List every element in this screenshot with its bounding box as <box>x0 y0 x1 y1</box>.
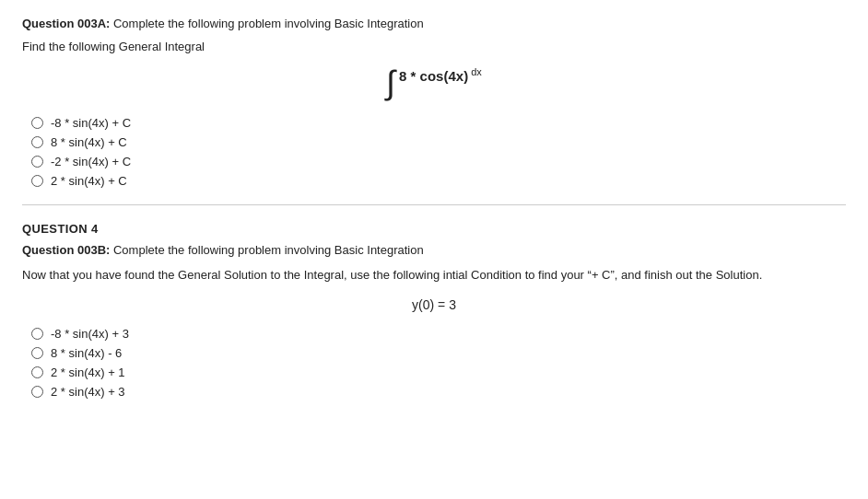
condition-value: y(0) = 3 <box>412 297 456 312</box>
q3a-header-rest: Complete the following problem involving… <box>110 17 423 30</box>
q3a-choices: -8 * sin(4x) + C 8 * sin(4x) + C -2 * si… <box>31 116 846 188</box>
radio-choice-3[interactable] <box>31 156 43 168</box>
choice-label-6: 8 * sin(4x) - 6 <box>51 346 122 360</box>
radio-choice-7[interactable] <box>31 366 43 378</box>
q3a-header: Question 003A: Complete the following pr… <box>22 17 846 30</box>
q3a-header-bold: Question 003A: <box>22 17 110 30</box>
list-item: -2 * sin(4x) + C <box>31 155 846 168</box>
q3b-header: Question 003B: Complete the following pr… <box>22 243 846 257</box>
choice-label-1: -8 * sin(4x) + C <box>51 116 131 130</box>
list-item: 8 * sin(4x) + C <box>31 135 846 149</box>
choice-label-4: 2 * sin(4x) + C <box>51 174 127 188</box>
integral-content: 8 * cos(4x) dx <box>399 66 482 84</box>
q3b-long-text: Now that you have found the General Solu… <box>22 266 846 284</box>
choice-label-7: 2 * sin(4x) + 1 <box>51 366 125 379</box>
integral-expression: 8 * cos(4x) <box>399 68 468 84</box>
list-item: 8 * sin(4x) - 6 <box>31 346 846 360</box>
choice-label-5: -8 * sin(4x) + 3 <box>51 327 129 341</box>
q3b-header-bold: Question 003B: <box>22 243 110 257</box>
integral-dx: dx <box>471 66 482 77</box>
list-item: -8 * sin(4x) + C <box>31 116 846 130</box>
integral-symbol: ∫ <box>386 66 395 99</box>
radio-choice-1[interactable] <box>31 117 43 129</box>
condition-display: y(0) = 3 <box>22 297 846 312</box>
q4-choices: -8 * sin(4x) + 3 8 * sin(4x) - 6 2 * sin… <box>31 327 846 399</box>
radio-choice-6[interactable] <box>31 347 43 359</box>
choice-label-3: -2 * sin(4x) + C <box>51 155 131 168</box>
page-container: Question 003A: Complete the following pr… <box>0 0 868 424</box>
list-item: 2 * sin(4x) + C <box>31 174 846 188</box>
q3a-section-title: Find the following General Integral <box>22 40 846 53</box>
list-item: 2 * sin(4x) + 3 <box>31 385 846 399</box>
section-divider <box>22 204 846 205</box>
q3b-header-rest: Complete the following problem involving… <box>110 243 423 257</box>
radio-choice-4[interactable] <box>31 175 43 187</box>
radio-choice-8[interactable] <box>31 386 43 398</box>
choice-label-2: 8 * sin(4x) + C <box>51 135 127 149</box>
question-4-label: QUESTION 4 <box>22 222 846 236</box>
list-item: 2 * sin(4x) + 1 <box>31 366 846 379</box>
list-item: -8 * sin(4x) + 3 <box>31 327 846 341</box>
integral-display: ∫ 8 * cos(4x) dx <box>22 66 846 99</box>
radio-choice-5[interactable] <box>31 328 43 340</box>
choice-label-8: 2 * sin(4x) + 3 <box>51 385 125 399</box>
radio-choice-2[interactable] <box>31 136 43 148</box>
